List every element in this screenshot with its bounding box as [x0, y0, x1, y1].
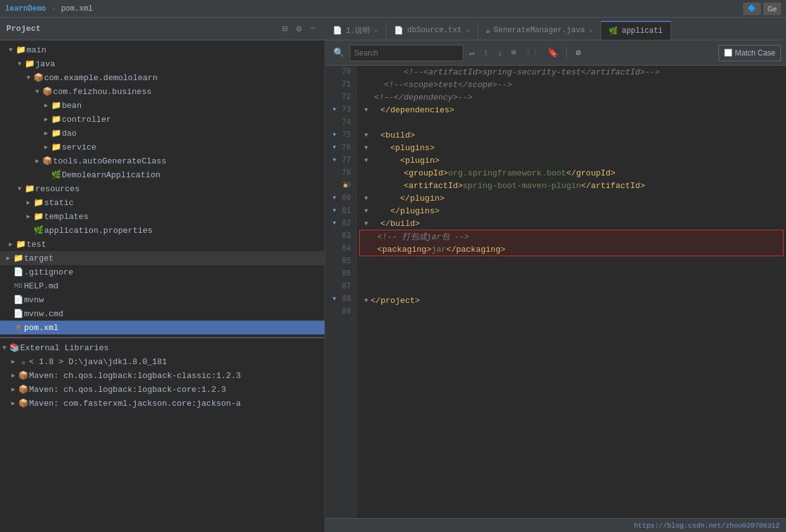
fold-76[interactable]: ▼ [364, 145, 368, 151]
tab-close-shuo-ming[interactable]: ✕ [374, 27, 378, 35]
settings-icon[interactable]: ⚙ [294, 22, 304, 35]
search-bookmark-icon[interactable]: 🔖 [544, 45, 561, 60]
fold-80[interactable]: ▼ [364, 195, 368, 202]
sidebar-content: ▼ 📁 main ▼ 📁 java ▼ 📦 com.example.demolo… [0, 40, 325, 532]
code-text-85 [364, 258, 369, 268]
arrow-logback-core: ▶ [9, 386, 18, 393]
fold-75[interactable]: ▼ [364, 132, 368, 139]
code-text-78b: groupId [408, 168, 443, 178]
tab-generate-manager[interactable]: ☕ GenerateManager.java ✕ [478, 21, 601, 40]
tree-item-mvnw-cmd[interactable]: 📄 mvnw.cmd [0, 307, 325, 321]
folder-icon-target: 📁 [13, 253, 24, 263]
file-icon-gitignore: 📄 [13, 267, 24, 277]
code-text-74 [364, 118, 369, 127]
tree-item-main[interactable]: ▼ 📁 main [0, 43, 325, 57]
search-input[interactable] [350, 45, 463, 61]
code-text-73c: > [450, 105, 455, 115]
title-separator: › [51, 4, 56, 13]
fold-88[interactable]: ▼ [364, 297, 368, 304]
layout-icon[interactable]: ⊟ [280, 22, 290, 35]
code-line-81: ▼ </plugins> [357, 204, 786, 217]
gutter-84: 84 [325, 242, 356, 255]
arrow-jdk: ▶ [9, 358, 18, 365]
label-test: test [27, 240, 46, 249]
code-line-88: ▼ </project> [357, 294, 786, 307]
arrow-demololearn: ▼ [24, 74, 33, 81]
minimize-icon[interactable]: − [308, 22, 318, 35]
tree-item-logback-classic[interactable]: ▶ 📦 Maven: ch.qos.logback:logback-classi… [0, 369, 325, 382]
tab-shuo-ming[interactable]: 📄 1.说明 ✕ [325, 21, 386, 40]
filter-icon[interactable]: ⊘ [572, 45, 583, 60]
code-line-71: <!--<scope>test</scope>--> [357, 78, 786, 91]
status-url: https://blog.csdn.net/zhou920786312 [634, 522, 780, 529]
search-filter-icon[interactable]: ⊞ [508, 46, 519, 59]
code-text-81b: plugins [400, 206, 435, 216]
tree-item-controller[interactable]: ▶ 📁 controller [0, 112, 325, 126]
label-demololearn: com.example.demololearn [44, 73, 157, 83]
tree-item-demololearn[interactable]: ▼ 📦 com.example.demololearn [0, 71, 325, 85]
search-more-icon[interactable]: ⋮⋮ [521, 47, 542, 59]
tree-item-gitignore[interactable]: 📄 .gitignore [0, 265, 325, 279]
tab-close-dbsource[interactable]: ✕ [465, 27, 470, 35]
tree-item-jdk[interactable]: ▶ ☕ < 1.8 > D:\java\jdk1.8.0_181 [0, 355, 325, 369]
tree-item-target[interactable]: ▶ 📁 target [0, 251, 325, 265]
code-text-72: <!--</dependency>--> [364, 93, 473, 102]
tree-item-logback-core[interactable]: ▶ 📦 Maven: ch.qos.logback:logback-core:1… [0, 382, 325, 396]
code-text-78e: </ [566, 168, 576, 178]
code-text-77a: < [371, 156, 405, 165]
fold-73[interactable]: ▼ [364, 107, 368, 114]
line-number-gutter: 70 71 72 73 74 75 76 77 78 79 80 81 82 8… [325, 66, 357, 518]
tree-item-feizhou[interactable]: ▼ 📦 com.feizhou.business [0, 85, 325, 98]
code-text-73a: </ [371, 105, 390, 115]
code-text-71: <!--<scope>test</scope>--> [364, 80, 512, 90]
tree-item-bean[interactable]: ▶ 📁 bean [0, 98, 325, 112]
code-text-77c: > [434, 156, 439, 165]
package-icon-demololearn: 📦 [33, 73, 44, 83]
fold-82[interactable]: ▼ [364, 220, 368, 227]
tree-item-mvnw[interactable]: 📄 mvnw [0, 293, 325, 307]
tree-item-jackson[interactable]: ▶ 📦 Maven: com.fasterxml.jackson.core:ja… [0, 396, 325, 410]
tree-item-test[interactable]: ▶ 📁 test [0, 237, 325, 251]
arrow-test: ▶ [6, 240, 15, 248]
intellij-icon-btn[interactable]: 🔷 [743, 3, 761, 15]
tree-item-service[interactable]: ▶ 📁 service [0, 140, 325, 154]
gen-btn[interactable]: Ge [763, 3, 781, 15]
arrow-dao: ▶ [42, 129, 51, 137]
tab-dbsource[interactable]: 📄 dbSource.txt ✕ [386, 21, 478, 40]
code-line-73: ▼ </dependencies> [357, 103, 786, 116]
tab-close-generate-manager[interactable]: ✕ [588, 27, 593, 35]
tree-item-help[interactable]: MD HELP.md [0, 279, 325, 293]
search-down-icon[interactable]: ↓ [494, 46, 506, 60]
fold-77[interactable]: ▼ [364, 157, 368, 164]
tree-item-static[interactable]: ▶ 📁 static [0, 196, 325, 210]
tree-item-dao[interactable]: ▶ 📁 dao [0, 126, 325, 140]
code-text-88a: </ [371, 296, 381, 305]
tree-item-tools[interactable]: ▶ 📦 tools.autoGenerateClass [0, 154, 325, 168]
tree-item-ext-libs[interactable]: ▼ 📚 External Libraries [0, 341, 325, 355]
tab-applicati[interactable]: 🌿 applicati [601, 21, 671, 40]
code-line-85 [357, 256, 786, 269]
sidebar-header: Project ⊟ ⚙ − [0, 18, 325, 40]
search-enter-icon[interactable]: ↵ [466, 45, 477, 60]
fold-81[interactable]: ▼ [364, 208, 368, 215]
tree-item-demolearn-app[interactable]: 🌿 DemolearnApplication [0, 168, 325, 182]
folder-icon-main: 📁 [15, 45, 27, 55]
tab-icon-shuo-ming: 📄 [333, 26, 342, 35]
tree-item-resources[interactable]: ▼ 📁 resources [0, 182, 325, 196]
match-case-button[interactable]: Match Case [718, 45, 781, 61]
title-file: pom.xml [61, 4, 93, 13]
label-demolearn-app: DemolearnApplication [62, 170, 160, 180]
search-up-icon[interactable]: ↑ [480, 46, 491, 60]
gutter-89: 89 [325, 305, 356, 318]
label-mvnw: mvnw [24, 295, 44, 305]
tree-item-app-properties[interactable]: 🌿 application.properties [0, 223, 325, 237]
tree-item-java[interactable]: ▼ 📁 java [0, 57, 325, 71]
match-case-checkbox[interactable] [724, 49, 732, 57]
editor-area: 📄 1.说明 ✕ 📄 dbSource.txt ✕ ☕ GenerateMana… [325, 18, 786, 532]
tree-item-pom-xml[interactable]: M pom.xml [0, 321, 325, 334]
label-feizhou: com.feizhou.business [53, 87, 152, 97]
tab-label-generate-manager: GenerateManager.java [494, 26, 585, 35]
sidebar-header-icons: ⊟ ⚙ − [280, 22, 318, 35]
gutter-73: 73 [325, 103, 356, 116]
tree-item-templates[interactable]: ▶ 📁 templates [0, 210, 325, 223]
